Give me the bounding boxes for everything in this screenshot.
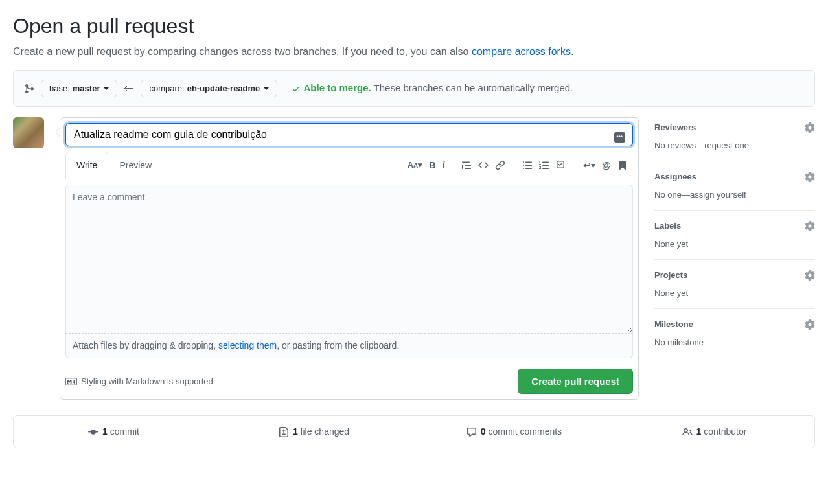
comments-stat[interactable]: 0 commit comments	[414, 425, 614, 439]
markdown-icon	[65, 377, 77, 386]
comment-icon	[466, 427, 477, 437]
gear-icon[interactable]	[805, 319, 815, 330]
comments-label: commit comments	[486, 426, 562, 437]
merge-desc-text: These branches can be automatically merg…	[371, 82, 573, 93]
markdown-hint-text: Styling with Markdown is supported	[81, 375, 213, 388]
gear-icon[interactable]	[805, 221, 815, 231]
preview-tab[interactable]: Preview	[108, 152, 163, 179]
git-compare-icon	[24, 84, 34, 94]
compare-branch-button[interactable]: compare: eh-update-readme	[141, 80, 277, 97]
page-subtitle: Create a new pull request by comparing c…	[13, 44, 815, 60]
files-stat[interactable]: 1 file changed	[214, 425, 414, 439]
milestone-body: No milestone	[654, 336, 815, 349]
bookmark-icon[interactable]	[617, 160, 628, 170]
contributors-label: contributor	[701, 426, 746, 437]
assignees-section: Assignees No one—assign yourself	[654, 161, 815, 211]
projects-section: Projects None yet	[654, 260, 815, 309]
arrow-left-icon: 🡐	[124, 81, 134, 97]
page-title: Open a pull request	[13, 10, 815, 41]
attach-prefix: Attach files by dragging & dropping,	[73, 340, 218, 350]
numbered-list-icon[interactable]	[539, 160, 549, 170]
files-label: file changed	[298, 426, 349, 437]
pr-title-input[interactable]	[65, 123, 633, 146]
bold-icon[interactable]: B	[429, 159, 435, 172]
milestone-title: Milestone	[654, 318, 693, 331]
link-icon[interactable]	[495, 160, 505, 170]
attach-suffix: , or pasting from the clipboard.	[277, 340, 399, 350]
reviewers-body: No reviews—request one	[654, 139, 815, 152]
compare-bar: base: master 🡐 compare: eh-update-readme…	[13, 70, 815, 107]
reviewers-title: Reviewers	[654, 121, 696, 134]
bullet-list-icon[interactable]	[522, 160, 533, 170]
heading-icon[interactable]: AA▾	[408, 159, 423, 172]
base-prefix: base:	[49, 84, 70, 93]
attach-hint: Attach files by dragging & dropping, sel…	[65, 334, 633, 358]
code-icon[interactable]	[478, 160, 489, 170]
labels-body: None yet	[654, 238, 815, 251]
italic-icon[interactable]: i	[442, 159, 444, 172]
create-pr-label: Create pull request	[531, 376, 619, 387]
people-icon	[682, 427, 693, 437]
stats-bar: 1 commit 1 file changed 0 commit comment…	[13, 415, 815, 448]
attach-select-link[interactable]: selecting them	[218, 340, 277, 350]
gear-icon[interactable]	[805, 122, 815, 133]
reply-icon[interactable]: ↩▾	[583, 159, 595, 172]
commits-count: 1	[102, 426, 108, 437]
reviewers-section: Reviewers No reviews—request one	[654, 117, 815, 161]
base-branch-button[interactable]: base: master	[41, 80, 117, 97]
user-avatar[interactable]	[13, 117, 44, 148]
files-count: 1	[293, 426, 298, 437]
avatar-column	[13, 117, 44, 148]
file-diff-icon	[279, 427, 289, 437]
merge-status: Able to merge. These branches can be aut…	[292, 81, 573, 96]
labels-title: Labels	[654, 220, 681, 233]
formatting-toolbar: AA▾ B i ↩▾	[408, 159, 633, 172]
gear-icon[interactable]	[805, 172, 815, 182]
pr-body-textarea[interactable]	[65, 185, 633, 334]
compare-prefix: compare:	[149, 84, 184, 93]
sidebar: Reviewers No reviews—request one Assigne…	[654, 117, 815, 358]
gear-icon[interactable]	[805, 270, 815, 281]
subtitle-text: Create a new pull request by comparing c…	[13, 46, 472, 57]
quote-icon[interactable]	[461, 160, 472, 170]
pr-editor: ••• Write Preview AA▾ B i	[60, 117, 639, 400]
assignees-title: Assignees	[654, 170, 696, 183]
commits-label: commit	[108, 426, 139, 437]
compare-branch-name: eh-update-readme	[187, 84, 260, 93]
contributors-stat[interactable]: 1 contributor	[614, 425, 814, 439]
commits-stat[interactable]: 1 commit	[14, 425, 214, 439]
caret-down-icon	[264, 87, 269, 90]
compare-forks-link[interactable]: compare across forks	[472, 46, 571, 57]
comments-count: 0	[481, 426, 486, 437]
check-icon	[292, 84, 301, 93]
caret-down-icon	[104, 87, 109, 90]
milestone-section: Milestone No milestone	[654, 309, 815, 358]
assignees-body-prefix: No one—	[654, 190, 690, 200]
projects-title: Projects	[654, 269, 687, 282]
mention-icon[interactable]: @	[602, 159, 611, 172]
write-tab[interactable]: Write	[65, 152, 108, 179]
labels-section: Labels None yet	[654, 211, 815, 260]
create-pr-button[interactable]: Create pull request	[518, 369, 633, 394]
merge-ok-text: Able to merge.	[304, 82, 371, 93]
title-suggestion-badge[interactable]: •••	[614, 132, 625, 143]
task-list-icon[interactable]	[556, 160, 566, 170]
markdown-hint[interactable]: Styling with Markdown is supported	[65, 375, 213, 388]
base-branch-name: master	[73, 84, 100, 93]
projects-body: None yet	[654, 287, 815, 300]
subtitle-suffix: .	[571, 46, 573, 57]
assign-yourself-link[interactable]: assign yourself	[690, 190, 746, 200]
commit-icon	[88, 427, 98, 437]
